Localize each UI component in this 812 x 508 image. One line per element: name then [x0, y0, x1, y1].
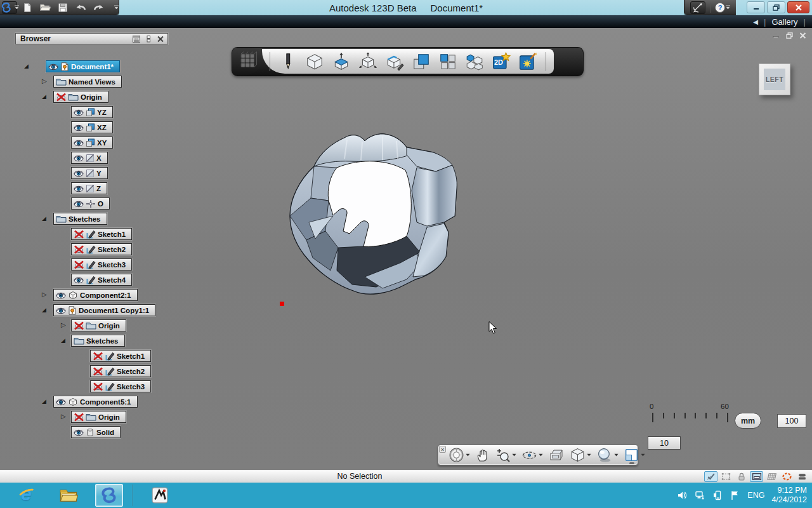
collapse-expander-icon[interactable] [42, 215, 48, 222]
tree-item-origin[interactable]: Origin [71, 411, 126, 423]
loop-toggle-button[interactable] [780, 471, 794, 482]
tree-item-o[interactable]: O [71, 197, 110, 210]
tree-item-origin[interactable]: Origin [71, 319, 126, 331]
tree-item-xz[interactable]: XZ [71, 121, 113, 133]
extrude-tool-button[interactable] [330, 50, 353, 73]
view-cube-face-label[interactable]: LEFT [764, 69, 785, 90]
tree-item-sketches[interactable]: Sketches [53, 213, 107, 225]
unit-toggle-button[interactable]: mm [735, 413, 761, 429]
close-window-button[interactable] [787, 1, 809, 13]
browser-close-icon[interactable] [155, 34, 166, 43]
navbar-minimize-icon[interactable] [629, 460, 635, 465]
tree-item-origin[interactable]: Origin [53, 91, 108, 103]
app-menu-button[interactable] [2, 1, 17, 14]
navigation-wheel-dropdown-icon[interactable] [466, 453, 470, 457]
corner-cube-dropdown-icon[interactable] [641, 453, 645, 457]
snap-toggle-button[interactable] [704, 471, 717, 482]
collapse-arrow-icon[interactable]: ◀ [753, 18, 758, 25]
model-3d-object[interactable] [276, 127, 460, 305]
expand-expander-icon[interactable] [42, 78, 48, 84]
flag-tray-icon[interactable] [730, 490, 740, 500]
help-button[interactable]: ? [715, 1, 731, 14]
network-tray-icon[interactable] [695, 490, 705, 500]
expand-expander-icon[interactable] [61, 322, 67, 328]
document-minimize-button[interactable] [771, 32, 780, 39]
device-tray-icon[interactable] [712, 490, 723, 500]
tree-item-sketch4[interactable]: Sketch4 [71, 274, 132, 286]
grid-toggle-button[interactable] [765, 471, 778, 482]
view-cube[interactable]: LEFT [759, 64, 790, 95]
redo-button[interactable] [91, 1, 106, 14]
tree-item-solid[interactable]: Solid [71, 426, 121, 438]
pattern-tool-button[interactable] [436, 50, 459, 73]
zoom-dropdown-icon[interactable] [512, 453, 516, 457]
material-tool-button[interactable] [516, 50, 539, 73]
tree-item-yz[interactable]: YZ [71, 106, 113, 118]
open-button[interactable] [37, 1, 53, 14]
minimize-window-button[interactable] [747, 1, 765, 13]
zoom-tool-button[interactable] [494, 447, 518, 464]
clock[interactable]: 9:12 PM 4/24/2012 [771, 486, 807, 505]
tree-item-x[interactable]: X [71, 152, 108, 164]
grid-value-field[interactable]: 10 [648, 436, 681, 450]
tree-item-xy[interactable]: XY [71, 137, 113, 149]
view-cube-tool-button[interactable] [568, 446, 593, 464]
transform-tool-button[interactable] [357, 50, 379, 73]
assembly-tool-button[interactable] [463, 50, 486, 73]
app-123d-taskbar-button[interactable] [95, 484, 123, 507]
combine-tool-button[interactable] [410, 50, 433, 73]
orbit-dropdown-icon[interactable] [539, 453, 543, 457]
gallery-button[interactable]: Gallery [771, 17, 797, 27]
new-document-button[interactable] [20, 1, 35, 14]
viewport-3d[interactable]: Browser Document1*Named ViewsOriginYZXZX… [0, 28, 812, 470]
look-at-tool-button[interactable] [547, 447, 566, 464]
app-menu-button[interactable] [232, 48, 262, 76]
language-indicator[interactable]: ENG [747, 491, 764, 500]
app-3d-taskbar-button[interactable] [146, 484, 174, 507]
layout-2d-tool-button[interactable]: 2D [490, 50, 513, 73]
collapse-expander-icon[interactable] [24, 63, 30, 69]
selection-box-toggle-button[interactable] [719, 471, 733, 482]
navigation-wheel-tool-button[interactable] [447, 446, 471, 464]
expand-expander-icon[interactable] [61, 413, 67, 420]
tree-item-sketch1[interactable]: Sketch1 [71, 228, 132, 240]
frame-toggle-button[interactable] [750, 471, 763, 482]
collapse-expander-icon[interactable] [61, 337, 67, 344]
tree-item-document1-copy1-1[interactable]: Document1 Copy1:1 [53, 304, 155, 316]
expand-expander-icon[interactable] [42, 291, 48, 298]
browser-display-preferences-icon[interactable] [131, 34, 141, 43]
communication-center-button[interactable] [690, 1, 705, 14]
appearance-tool-button[interactable] [595, 446, 620, 464]
save-button[interactable] [55, 1, 70, 14]
layers-toggle-button[interactable] [796, 471, 809, 482]
tree-item-y[interactable]: Y [71, 167, 108, 179]
qat-more-button[interactable] [108, 1, 124, 14]
scale-value-field[interactable]: 100 [777, 414, 806, 428]
pan-tool-button[interactable] [474, 447, 492, 464]
tree-item-sketch2[interactable]: Sketch2 [71, 243, 132, 255]
navbar-close-icon[interactable]: ✕ [439, 446, 446, 453]
tree-item-sketch2[interactable]: Sketch2 [90, 365, 151, 377]
tree-item-z[interactable]: Z [71, 182, 107, 194]
tree-item-component5-1[interactable]: Component5:1 [53, 396, 138, 408]
volume-tray-icon[interactable] [677, 490, 688, 500]
undo-button[interactable] [73, 1, 88, 14]
tree-item-named-views[interactable]: Named Views [53, 76, 122, 88]
tree-item-component2-1[interactable]: Component2:1 [53, 289, 138, 301]
file-explorer-taskbar-button[interactable] [55, 484, 82, 507]
view-cube-dropdown-icon[interactable] [587, 453, 591, 457]
tree-item-sketch3[interactable]: Sketch3 [71, 258, 132, 271]
document-close-button[interactable] [798, 32, 807, 39]
modify-tool-button[interactable] [383, 50, 406, 73]
sketch-tool-button[interactable] [277, 50, 299, 73]
collapse-expander-icon[interactable] [42, 398, 48, 404]
tree-item-sketch3[interactable]: Sketch3 [90, 380, 151, 392]
collapse-expander-icon[interactable] [42, 93, 48, 100]
tree-item-sketches[interactable]: Sketches [71, 335, 125, 347]
browser-dock-icon[interactable] [143, 34, 154, 43]
lock-toggle-button[interactable] [735, 471, 748, 482]
primitive-box-tool-button[interactable] [303, 50, 326, 73]
orbit-tool-button[interactable] [520, 447, 544, 464]
tree-item-sketch1[interactable]: Sketch1 [90, 350, 151, 362]
collapse-expander-icon[interactable] [42, 307, 48, 313]
